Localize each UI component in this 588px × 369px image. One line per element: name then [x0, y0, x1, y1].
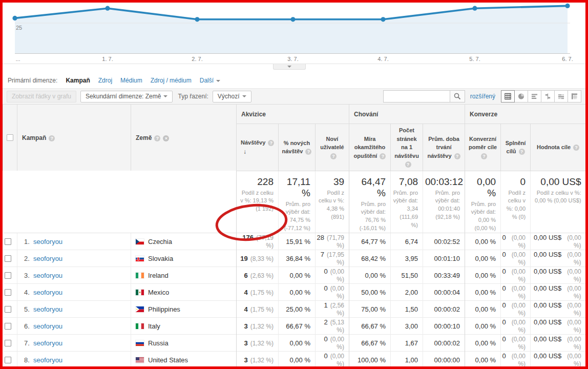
avg-duration-cell: 00:00:00	[423, 352, 465, 368]
column-header-campaign[interactable]: Kampaň?	[17, 105, 131, 171]
help-icon[interactable]: ?	[405, 161, 411, 168]
column-header-visits[interactable]: Návštěvy?↓	[237, 124, 279, 171]
help-icon[interactable]: ?	[380, 153, 386, 159]
totals-avg-duration: 00:03:12Prům. pro výběr dat: 00:01:40 (9…	[423, 171, 465, 233]
search-input[interactable]	[383, 90, 450, 102]
column-header-new-visits-pct[interactable]: % nových návštěv?	[279, 124, 316, 171]
column-header-new-users[interactable]: Noví uživatelé?	[316, 124, 349, 171]
campaign-cell: 1.seoforyou	[17, 233, 131, 250]
column-header-avg-duration[interactable]: Prům. doba trvání návštěvy?	[423, 124, 465, 171]
sort-type-dropdown[interactable]: Výchozí	[213, 91, 251, 102]
row-checkbox[interactable]	[5, 357, 11, 363]
totals-row: 228Podíl z celku v %: 19,13 % (1 192) 17…	[3, 171, 586, 233]
data-point[interactable]	[290, 17, 295, 22]
row-checkbox[interactable]	[5, 340, 11, 346]
pages-per-visit-cell: 51,50	[391, 267, 423, 284]
help-icon[interactable]: ?	[330, 153, 337, 159]
data-point[interactable]	[105, 6, 110, 11]
row-checkbox[interactable]	[5, 289, 11, 296]
column-header-conversion-rate[interactable]: Konverzní poměr cíle?	[465, 124, 501, 171]
conversion-rate-cell: 0,00 %	[465, 335, 501, 352]
campaign-link[interactable]: seoforyou	[33, 272, 62, 279]
primary-dimension-label: Primární dimenze:	[8, 77, 57, 84]
row-checkbox[interactable]	[5, 272, 11, 279]
performance-view-icon	[531, 93, 538, 100]
plot-rows-button[interactable]: Zobrazit řádky v grafu	[7, 91, 76, 102]
chart-collapse-handle[interactable]	[273, 64, 306, 70]
campaign-link[interactable]: seoforyou	[33, 322, 62, 330]
remove-secondary-dimension-icon[interactable]: ×	[163, 135, 169, 141]
visits-cell: 3(1,32 %)	[237, 318, 279, 335]
new-users-cell: 1(2,56 %)	[316, 301, 349, 318]
totals-bounce-rate: 64,47 %Prům. pro výběr dat: 76,76 % (-16…	[349, 171, 391, 233]
column-header-goal-completions[interactable]: Splnění cílů?	[501, 124, 531, 171]
row-checkbox[interactable]	[5, 255, 11, 262]
advanced-search-link[interactable]: rozšířený	[470, 93, 495, 100]
help-icon[interactable]: ?	[154, 135, 160, 141]
chevron-down-icon	[242, 95, 246, 97]
chevron-down-icon	[163, 95, 167, 97]
campaign-country-table: Kampaň? Země?× Akvizice Chování Konverze…	[3, 104, 586, 369]
row-index: 7.	[18, 339, 33, 347]
flag-icon-it	[136, 323, 144, 329]
dimension-link-zdroj-medium[interactable]: Zdroj / médium	[151, 77, 192, 84]
row-index: 4.	[18, 289, 33, 296]
campaign-link[interactable]: seoforyou	[33, 289, 62, 296]
column-header-pages-per-visit[interactable]: Počet stránek na 1 návštěvu?	[391, 124, 423, 171]
column-header-bounce-rate[interactable]: Míra okamžitého opuštění?	[349, 124, 391, 171]
row-checkbox[interactable]	[5, 238, 11, 245]
dimension-link-zdroj[interactable]: Zdroj	[98, 77, 112, 84]
column-header-country[interactable]: Země?×	[131, 105, 237, 171]
comparison-view-button[interactable]	[541, 90, 555, 102]
help-icon[interactable]: ?	[49, 135, 55, 141]
help-icon[interactable]: ?	[268, 140, 274, 146]
campaign-link[interactable]: seoforyou	[33, 339, 62, 347]
campaign-link[interactable]: seoforyou	[33, 356, 62, 364]
dimension-more-dropdown[interactable]: Další	[200, 77, 220, 84]
campaign-link[interactable]: seoforyou	[33, 305, 62, 313]
campaign-link[interactable]: seoforyou	[33, 238, 62, 245]
row-checkbox[interactable]	[5, 323, 11, 330]
term-cloud-view-button[interactable]	[554, 90, 568, 102]
row-checkbox-cell	[3, 318, 17, 335]
help-icon[interactable]: ?	[454, 153, 460, 159]
flag-icon-mx	[136, 290, 144, 295]
dimension-link-medium[interactable]: Médium	[120, 77, 142, 84]
percentage-view-button[interactable]	[514, 90, 528, 102]
data-point[interactable]	[381, 17, 385, 22]
secondary-dimension-dropdown[interactable]: Sekundární dimenze: Země	[80, 91, 173, 102]
row-checkbox-cell	[3, 284, 17, 301]
country-cell: Italy	[131, 318, 237, 335]
data-point[interactable]	[12, 16, 17, 20]
country-cell: Ireland	[131, 267, 237, 284]
search-button[interactable]	[450, 90, 465, 102]
totals-visits: 228Podíl z celku v %: 19,13 % (1 192)	[237, 171, 279, 233]
data-point[interactable]	[565, 4, 570, 8]
x-tick-label: 2. 7.	[192, 56, 202, 62]
new-visits-pct-cell: 0,00 %	[279, 352, 316, 368]
analytics-report: 25 ...1. 7.2. 7.3. 7.4. 7.5. 7.6. 7. Pri…	[3, 3, 585, 366]
pivot-view-button[interactable]	[568, 90, 581, 102]
row-index: 6.	[18, 322, 33, 330]
x-tick-label: 3. 7.	[287, 56, 298, 62]
avg-duration-cell: 00:00:04	[423, 284, 465, 301]
row-checkbox[interactable]	[5, 306, 11, 313]
conversion-rate-cell: 0,00 %	[465, 352, 501, 368]
goal-value-cell: 0,00 US$(0,00 %)	[531, 233, 586, 250]
help-icon[interactable]: ?	[573, 145, 579, 151]
data-point[interactable]	[195, 17, 199, 22]
dimension-campaign-selected[interactable]: Kampaň	[66, 77, 90, 84]
campaign-link[interactable]: seoforyou	[33, 255, 62, 262]
totals-empty-cell	[3, 171, 237, 233]
help-icon[interactable]: ?	[481, 153, 487, 159]
goal-completions-cell: 0(0,00 %)	[501, 335, 531, 352]
performance-view-button[interactable]	[528, 90, 541, 102]
help-icon[interactable]: ?	[519, 149, 525, 155]
column-header-goal-value[interactable]: Hodnota cíle?	[531, 124, 586, 171]
help-icon[interactable]: ?	[305, 149, 311, 155]
select-all-checkbox[interactable]	[7, 134, 13, 141]
table-view-button[interactable]	[501, 90, 515, 102]
data-point[interactable]	[472, 6, 477, 11]
x-tick-label: ...	[15, 56, 20, 62]
new-visits-pct-cell: 66,67 %	[279, 318, 316, 335]
